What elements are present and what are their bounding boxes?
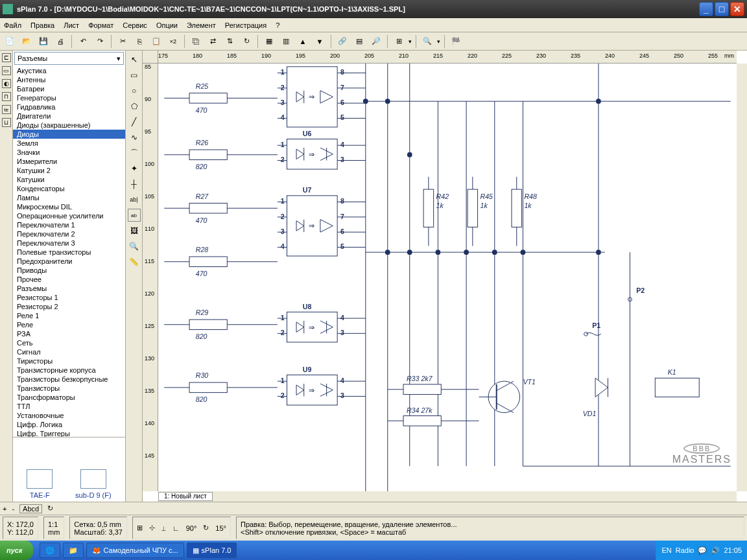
lib-item[interactable]: Трансформаторы: [13, 393, 125, 402]
lib-item[interactable]: Катушки: [13, 175, 125, 184]
palette-symbol[interactable]: ◐: [2, 79, 11, 88]
lib-item[interactable]: Реле 1: [13, 311, 125, 320]
volume-icon[interactable]: 🔊: [711, 546, 720, 555]
node-tool-icon[interactable]: ✦: [128, 162, 141, 175]
lib-item[interactable]: Переключатели 3: [13, 239, 125, 248]
flip-h-icon[interactable]: ⇄: [206, 34, 220, 49]
maximize-button[interactable]: □: [715, 2, 729, 16]
lib-item[interactable]: Переключатели 1: [13, 220, 125, 229]
rotate-icon[interactable]: ↻: [239, 34, 254, 49]
library-selector[interactable]: Разъемы ▾: [14, 52, 124, 65]
text-tool-icon[interactable]: ab|: [128, 193, 141, 206]
front-icon[interactable]: ▲: [296, 34, 310, 49]
open-icon[interactable]: 📂: [19, 34, 34, 49]
lib-item[interactable]: Цифр. Логика: [13, 420, 125, 429]
close-button[interactable]: ✕: [730, 2, 744, 16]
zoom-in-icon[interactable]: +: [3, 505, 6, 513]
lib-item[interactable]: Гидравлика: [13, 102, 125, 111]
lang-indicator[interactable]: EN: [661, 546, 671, 554]
image-tool-icon[interactable]: 🖼: [128, 224, 141, 237]
lib-item[interactable]: Акустика: [13, 66, 125, 75]
lib-item[interactable]: Земля: [13, 139, 125, 148]
zoom-out-icon[interactable]: -: [12, 505, 14, 513]
curve-tool-icon[interactable]: ∿: [128, 131, 141, 144]
bezier-tool-icon[interactable]: ⌒: [128, 146, 141, 159]
menu-Правка[interactable]: Правка: [30, 21, 54, 29]
cut-icon[interactable]: ✂: [115, 34, 130, 49]
doc-icon[interactable]: ▤: [352, 34, 366, 49]
circle-tool-icon[interactable]: ○: [128, 84, 141, 97]
pointer-tool-icon[interactable]: ↖: [128, 53, 141, 66]
lib-item[interactable]: Конденсаторы: [13, 184, 125, 193]
lib-item[interactable]: Измерители: [13, 157, 125, 166]
preview-item[interactable]: TAE-F: [27, 469, 53, 499]
lib-item[interactable]: Приводы: [13, 266, 125, 275]
scrollbar-vertical[interactable]: [737, 64, 747, 491]
scrollbar-horizontal[interactable]: 1: Новый лист: [158, 491, 737, 502]
lib-item[interactable]: Батареи: [13, 84, 125, 93]
palette-symbol[interactable]: ⊏: [2, 53, 11, 62]
dup-icon[interactable]: ⿻: [189, 34, 203, 49]
palette-symbol[interactable]: ⊓: [2, 92, 11, 101]
lib-item[interactable]: Сигнал: [13, 347, 125, 356]
undo-icon[interactable]: ↶: [76, 34, 90, 49]
menu-?[interactable]: ?: [276, 21, 279, 29]
quick-launch[interactable]: 🌐: [40, 542, 60, 558]
grid-icon[interactable]: ⊞: [392, 34, 406, 49]
line-tool-icon[interactable]: ╱: [128, 115, 141, 128]
palette-symbol[interactable]: te: [2, 105, 11, 114]
print-icon[interactable]: 🖨: [53, 34, 67, 49]
menu-Формат[interactable]: Формат: [88, 21, 113, 29]
copy-icon[interactable]: ⎘: [132, 34, 147, 49]
lib-item[interactable]: Антенны: [13, 75, 125, 84]
find-icon[interactable]: 🔎: [369, 34, 383, 49]
lib-item[interactable]: Микросхемы DIL: [13, 202, 125, 211]
paste-icon[interactable]: 📋: [149, 34, 163, 49]
messenger-icon[interactable]: 💬: [698, 546, 707, 555]
new-icon[interactable]: 📄: [3, 34, 17, 49]
group-icon[interactable]: ▦: [262, 34, 276, 49]
lib-item[interactable]: Генераторы: [13, 93, 125, 102]
zoom-icon[interactable]: 🔍: [420, 34, 434, 49]
start-button[interactable]: пуск: [0, 541, 33, 560]
lib-item[interactable]: Прочее: [13, 275, 125, 284]
poly-tool-icon[interactable]: ⬠: [128, 100, 141, 113]
lib-item[interactable]: Тиристоры: [13, 356, 125, 366]
menu-Сервис[interactable]: Сервис: [123, 21, 147, 29]
lib-item[interactable]: Установочные: [13, 411, 125, 420]
textbox-tool-icon[interactable]: ab: [128, 209, 141, 222]
lib-item[interactable]: Сеть: [13, 338, 125, 347]
menu-Элемент[interactable]: Элемент: [187, 21, 216, 29]
link-icon[interactable]: 🔗: [335, 34, 350, 49]
ortho-icon[interactable]: ⟂: [161, 524, 166, 532]
menu-Регистрация[interactable]: Регистрация: [225, 21, 267, 29]
taskbar-item[interactable]: 🦊Самодельный ЧПУ с...: [86, 542, 184, 558]
flag-icon[interactable]: 🏁: [449, 34, 463, 49]
minimize-button[interactable]: _: [699, 2, 713, 16]
lib-item[interactable]: Транзисторные корпуса: [13, 366, 125, 375]
rect-tool-icon[interactable]: ▭: [128, 69, 141, 82]
lib-item[interactable]: Транзисторы: [13, 384, 125, 393]
lib-item[interactable]: Значки: [13, 148, 125, 157]
lib-item[interactable]: Операционные усилители: [13, 211, 125, 220]
palette-symbol[interactable]: ▭: [2, 66, 11, 75]
zoom-tool-icon[interactable]: 🔍: [128, 240, 141, 253]
lib-item[interactable]: Двигатели: [13, 111, 125, 121]
ungroup-icon[interactable]: ▥: [279, 34, 293, 49]
menu-Лист[interactable]: Лист: [64, 21, 79, 29]
measure-tool-icon[interactable]: 📏: [128, 255, 141, 268]
junction-tool-icon[interactable]: ┼: [128, 178, 141, 191]
lib-item[interactable]: Диоды (закрашенные): [13, 121, 125, 130]
lib-item[interactable]: ТТЛ: [13, 402, 125, 411]
flip-v-icon[interactable]: ⇅: [222, 34, 237, 49]
grid-toggle-icon[interactable]: ⊞: [137, 524, 143, 532]
lib-item[interactable]: Предохранители: [13, 257, 125, 266]
lib-item[interactable]: Транзисторы безкорпусные: [13, 375, 125, 384]
sheet-tab[interactable]: 1: Новый лист: [158, 492, 213, 501]
library-list[interactable]: АкустикаАнтенныБатареиГенераторыГидравли…: [13, 66, 125, 437]
menu-Файл[interactable]: Файл: [4, 21, 21, 29]
quick-launch[interactable]: 📁: [63, 542, 84, 558]
lib-item[interactable]: Переключатели 2: [13, 229, 125, 239]
clock[interactable]: 21:05: [724, 546, 742, 554]
lib-item[interactable]: Цифр. Триггеры: [13, 429, 125, 437]
